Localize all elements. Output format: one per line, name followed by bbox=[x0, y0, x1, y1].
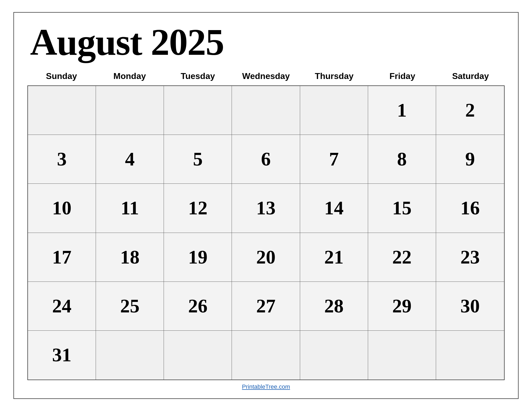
calendar-cell: 28 bbox=[300, 282, 368, 330]
calendar-cell: 19 bbox=[164, 233, 232, 282]
date-number: 9 bbox=[465, 148, 475, 170]
calendar-cell: 8 bbox=[368, 135, 436, 183]
calendar-cell: 23 bbox=[436, 233, 504, 282]
calendar-cell: 9 bbox=[436, 135, 504, 183]
calendar-cell: 1 bbox=[368, 86, 436, 135]
date-number: 27 bbox=[256, 295, 275, 317]
calendar-cell: 22 bbox=[368, 233, 436, 282]
calendar-cell bbox=[164, 331, 232, 380]
calendar-cell: 14 bbox=[300, 184, 368, 232]
calendar-cell: 17 bbox=[28, 233, 96, 282]
date-number: 14 bbox=[324, 197, 344, 219]
day-header-tuesday: Tuesday bbox=[164, 69, 232, 83]
calendar-cell bbox=[368, 331, 436, 380]
day-header-thursday: Thursday bbox=[300, 69, 368, 83]
date-number: 6 bbox=[261, 148, 271, 170]
calendar-cell: 4 bbox=[96, 135, 164, 183]
calendar-grid: SundayMondayTuesdayWednesdayThursdayFrid… bbox=[27, 69, 505, 380]
calendar-cell: 12 bbox=[164, 184, 232, 232]
date-number: 15 bbox=[392, 197, 412, 219]
calendar-cell: 2 bbox=[436, 86, 504, 135]
calendar-row: 17181920212223 bbox=[28, 233, 504, 282]
date-number: 25 bbox=[120, 295, 139, 317]
calendar-row: 10111213141516 bbox=[28, 184, 504, 233]
date-number: 13 bbox=[256, 197, 275, 219]
calendar-cell: 7 bbox=[300, 135, 368, 183]
calendar-cell: 20 bbox=[232, 233, 300, 282]
day-header-wednesday: Wednesday bbox=[232, 69, 300, 83]
calendar-cell: 30 bbox=[436, 282, 504, 330]
date-number: 4 bbox=[125, 148, 135, 170]
calendar-cell bbox=[436, 331, 504, 380]
calendar-footer[interactable]: PrintableTree.com bbox=[27, 383, 505, 390]
date-number: 8 bbox=[397, 148, 407, 170]
calendar-cell: 16 bbox=[436, 184, 504, 232]
date-number: 22 bbox=[392, 246, 412, 268]
date-number: 1 bbox=[397, 99, 407, 121]
date-number: 29 bbox=[392, 295, 412, 317]
calendar-cell bbox=[164, 86, 232, 135]
calendar-cell bbox=[28, 86, 96, 135]
calendar-cell bbox=[300, 331, 368, 380]
date-number: 30 bbox=[460, 295, 480, 317]
calendar-cell: 11 bbox=[96, 184, 164, 232]
calendar-cell: 31 bbox=[28, 331, 96, 380]
calendar-cell: 21 bbox=[300, 233, 368, 282]
day-header-saturday: Saturday bbox=[436, 69, 505, 83]
calendar-cell: 27 bbox=[232, 282, 300, 330]
date-number: 16 bbox=[460, 197, 480, 219]
date-number: 3 bbox=[57, 148, 67, 170]
calendar-cell bbox=[96, 331, 164, 380]
date-number: 26 bbox=[188, 295, 207, 317]
calendar-cell: 15 bbox=[368, 184, 436, 232]
date-number: 31 bbox=[52, 344, 71, 366]
calendar-cell bbox=[96, 86, 164, 135]
date-number: 20 bbox=[256, 246, 275, 268]
calendar-cell bbox=[300, 86, 368, 135]
date-number: 18 bbox=[120, 246, 139, 268]
calendar-cell: 25 bbox=[96, 282, 164, 330]
calendar-cell: 18 bbox=[96, 233, 164, 282]
calendar-title: August 2025 bbox=[27, 23, 505, 61]
day-header-sunday: Sunday bbox=[27, 69, 96, 83]
calendar-cell: 29 bbox=[368, 282, 436, 330]
calendar-cell bbox=[232, 331, 300, 380]
calendar-body: 1234567891011121314151617181920212223242… bbox=[27, 85, 505, 380]
date-number: 12 bbox=[188, 197, 207, 219]
date-number: 10 bbox=[52, 197, 71, 219]
calendar-row: 24252627282930 bbox=[28, 282, 504, 331]
date-number: 17 bbox=[52, 246, 71, 268]
day-headers: SundayMondayTuesdayWednesdayThursdayFrid… bbox=[27, 69, 505, 83]
date-number: 24 bbox=[52, 295, 71, 317]
calendar-cell: 6 bbox=[232, 135, 300, 183]
calendar-cell: 5 bbox=[164, 135, 232, 183]
date-number: 11 bbox=[121, 197, 139, 219]
calendar-cell: 24 bbox=[28, 282, 96, 330]
calendar-row: 3456789 bbox=[28, 135, 504, 184]
day-header-monday: Monday bbox=[96, 69, 164, 83]
date-number: 7 bbox=[329, 148, 339, 170]
calendar-cell bbox=[232, 86, 300, 135]
calendar-cell: 26 bbox=[164, 282, 232, 330]
date-number: 5 bbox=[193, 148, 203, 170]
date-number: 23 bbox=[460, 246, 480, 268]
date-number: 2 bbox=[465, 99, 475, 121]
date-number: 21 bbox=[324, 246, 344, 268]
date-number: 28 bbox=[324, 295, 344, 317]
calendar-cell: 10 bbox=[28, 184, 96, 232]
calendar-row: 31 bbox=[28, 331, 504, 380]
calendar-cell: 3 bbox=[28, 135, 96, 183]
day-header-friday: Friday bbox=[368, 69, 437, 83]
date-number: 19 bbox=[188, 246, 207, 268]
calendar-container: August 2025 SundayMondayTuesdayWednesday… bbox=[13, 12, 519, 399]
calendar-cell: 13 bbox=[232, 184, 300, 232]
calendar-row: 12 bbox=[28, 86, 504, 135]
